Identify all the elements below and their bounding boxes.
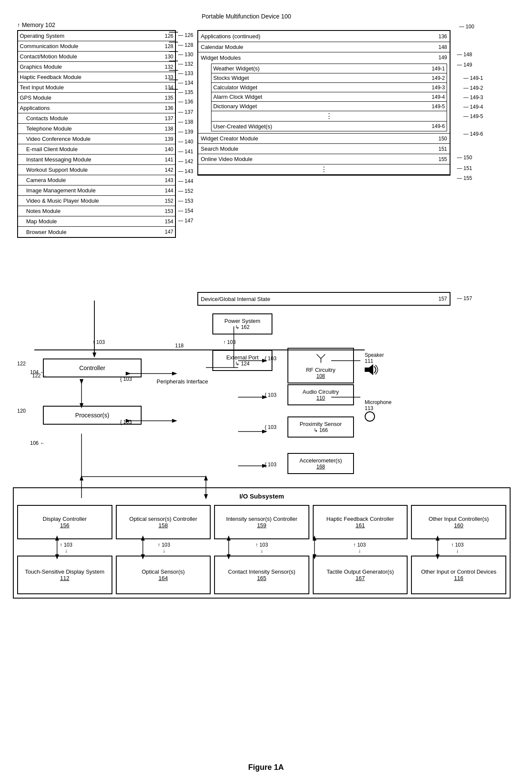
memory-row-contacts: Contacts Module 137 [18,113,175,124]
memory-box: Operating System 126 Communication Modul… [17,30,176,238]
external-port-box: External Port ↳ 124 [212,350,272,371]
memory-row-gps-text: GPS Module [20,94,165,101]
processor-text: Processor(s) [75,412,109,419]
ref-right-149-6: — 149-6 [463,131,483,137]
memory-row-map-ref: 154 [165,219,173,225]
io-sensor-optical-text: Optical Sensor(s) [142,568,184,575]
memory-row-browser-ref: 147 [165,229,173,235]
speaker-ref: 111 [365,358,384,364]
bus-103-rf: { 103 [265,356,276,362]
widget-row-user: User-Created Widget(s) 149-6 [212,122,447,131]
ref-bracket-138: — 138 [178,119,193,125]
ref-bracket-141: — 141 [178,149,193,155]
io-sensor-tactile: Tactile Output Generator(s) 167 [313,556,408,594]
proximity-sensor-box: Proximity Sensor ↳ 166 [287,416,354,438]
ref-right-149-3: — 149-3 [463,94,483,100]
peripherals-interface-label: Peripherals Interface [154,378,210,386]
io-sensor-optical-ref: 164 [159,575,168,581]
memory-row-videoconf-text: Video Conference Module [20,136,165,142]
ref-right-151: — 151 [457,165,472,171]
power-system-text: Power System [217,318,268,324]
ref-bracket-144: — 144 [178,178,193,184]
widget-user-ref: 149-6 [432,123,445,129]
widget-calc-text: Calculator Widget [213,84,432,91]
memory-row-telephone: Telephone Module 138 [18,124,175,134]
memory-row-contacts-ref: 137 [165,115,173,122]
apps-continued-header: Applications (continued) 136 [198,31,450,42]
memory-row-videoplayer-ref: 152 [165,198,173,204]
rf-circuitry-box: RF Circuitry 108 [287,348,354,383]
io-title: I/O Subsystem [17,492,506,500]
external-port-ref: ↳ 124 [217,361,268,367]
widget-subbox: Weather Widget(s) 149-1 Stocks Widget 14… [211,64,447,131]
search-ref: 151 [438,146,447,152]
ref-bracket-153: — 153 [178,198,193,204]
apps-row-search: Search Module 151 [198,144,450,154]
ref-bracket-128: — 128 [178,42,193,48]
bus-103-prox: { 103 [265,424,276,430]
ref-right-150: — 150 [457,155,472,161]
io-ctrl-intensity-ref: 159 [257,522,266,529]
rf-text: RF Circuitry [292,367,350,373]
ref-right-149-1: — 149-1 [463,75,483,81]
svg-point-36 [365,412,375,421]
memory-row-browser-text: Browser Module [20,229,165,235]
svg-line-32 [319,356,321,359]
ref-bracket-147: — 147 [178,218,193,224]
io-sensor-other-text: Other Input or Control Devices [421,568,496,575]
io-sensor-other: Other Input or Control Devices 116 [411,556,506,594]
widget-row-calc: Calculator Widget 149-3 [212,83,447,92]
ref-right-149-5: — 149-5 [463,113,483,119]
memory-row-videoconf-ref: 139 [165,136,173,142]
memory-row-imagemgmt: Image Management Module 144 [18,185,175,196]
audio-text: Audio Circuitry [292,389,350,395]
io-ctrl-haptic: Haptic Feedback Controller 161 [313,505,408,539]
bus-103-proc: { 103 [120,419,132,425]
microphone-icon [365,411,375,422]
proximity-text: Proximity Sensor [292,421,350,427]
memory-row-graphics-text: Graphics Module [20,64,165,70]
memory-row-comm-text: Communication Module [20,43,165,49]
speaker-icon [365,364,380,375]
accelerometers-box: Accelerometer(s) 168 [287,453,354,474]
io-ctrl-intensity-text: Intensity sensor(s) Controller [226,516,297,522]
search-text: Search Module [201,146,438,152]
device-label: Portable Multifunction Device 100 [202,13,291,20]
memory-row-contacts-text: Contacts Module [20,115,165,122]
io-ctrl-haptic-ref: 161 [356,522,365,529]
ref-bracket-133: — 133 [178,70,193,76]
widget-weather-text: Weather Widget(s) [213,65,432,72]
accel-text: Accelerometer(s) [292,457,350,464]
ref-bracket-136-mem: — 136 [178,99,193,105]
power-system-ref: ↳ 162 [217,324,268,330]
bus-118: 118 [175,343,184,349]
memory-row-textinput: Text Input Module 134 [18,82,175,93]
bus-103-ctrl: { 103 [120,376,132,382]
ref-right-149: — 149 [457,62,472,68]
bus-103-extport: ↑ 103 [223,339,236,345]
io-sensor-optical: Optical Sensor(s) 164 [116,556,211,594]
memory-row-imagemgmt-text: Image Management Module [20,187,165,194]
ref-bracket-140: — 140 [178,139,193,145]
io-sensor-touchdisplay: Touch-Sensitive Display System 112 [17,556,112,594]
widgetcreator-text: Widget Creator Module [201,135,438,142]
memory-row-apps-text: Applications [20,105,165,111]
mic-ref: 113 [365,405,392,411]
device-global-text: Device/Global Internal State [201,296,438,302]
memory-label: ↑ Memory 102 [17,21,55,28]
memory-row-videoplayer-text: Video & Music Player Module [20,198,165,204]
audio-ref: 110 [292,395,350,401]
io-sensor-tactile-ref: 167 [356,575,365,581]
io-controllers-row: Display Controller 156 Optical sensor(s)… [17,505,506,539]
memory-row-telephone-ref: 138 [165,126,173,132]
memory-row-haptic: Haptic Feedback Module 133 [18,72,175,82]
ref-bracket-152: — 152 [178,188,193,194]
apps-continued-text: Applications (continued) [201,33,438,40]
bus-103-audio: { 103 [265,392,276,398]
memory-row-imagemgmt-ref: 144 [165,188,173,194]
widget-dict-ref: 149-5 [432,103,445,109]
apps-calendar-ref: 148 [438,44,447,50]
memory-row-contact-text: Contact/Motion Module [20,53,165,60]
controller-ref: 122 [17,361,26,367]
memory-row-gps: GPS Module 135 [18,93,175,103]
